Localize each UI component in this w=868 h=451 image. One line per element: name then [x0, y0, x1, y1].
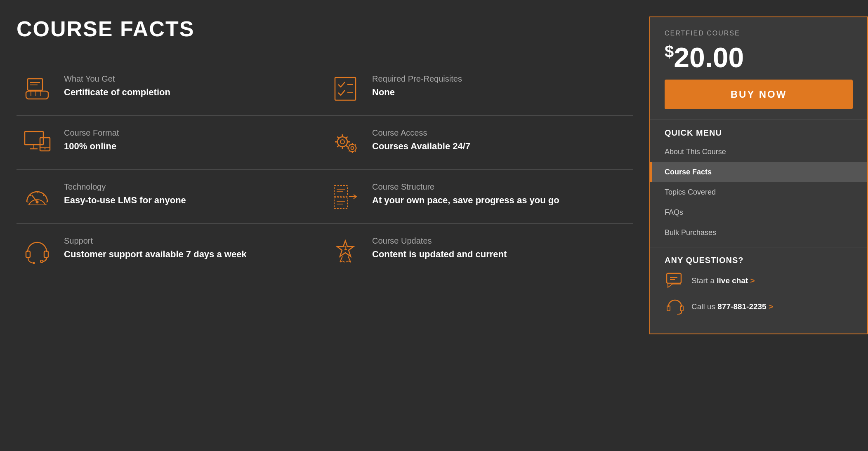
- menu-item-faqs[interactable]: FAQs: [650, 202, 867, 223]
- svg-rect-43: [334, 186, 347, 196]
- fact-item-what-you-get: What You Get Certificate of completion: [17, 62, 325, 116]
- svg-point-14: [45, 148, 46, 149]
- documents-icon: [329, 182, 362, 211]
- svg-rect-50: [26, 251, 30, 258]
- menu-item-course-facts-label: Course Facts: [665, 168, 712, 176]
- svg-line-32: [355, 150, 356, 151]
- fact-item-course-updates: 1 Course Updates Content is updated and …: [325, 224, 633, 277]
- svg-point-36: [36, 200, 39, 203]
- fact-label-course-format: Course Format: [64, 128, 119, 138]
- badge-icon: 1: [329, 236, 362, 265]
- fact-value-course-format: 100% online: [64, 140, 119, 153]
- svg-line-24: [337, 146, 339, 147]
- menu-item-about-label: About This Course: [665, 148, 726, 156]
- fact-value-prerequisites: None: [372, 86, 462, 99]
- svg-text:1: 1: [344, 244, 347, 251]
- svg-line-21: [337, 136, 339, 138]
- fact-value-course-access: Courses Available 24/7: [372, 140, 470, 153]
- svg-line-33: [355, 144, 356, 145]
- call-arrow: >: [769, 302, 773, 311]
- svg-point-53: [33, 262, 35, 264]
- fact-value-technology: Easy-to-use LMS for anyone: [64, 194, 186, 207]
- devices-icon: [21, 128, 54, 157]
- svg-line-41: [43, 195, 45, 196]
- fact-text-support: Support Customer support available 7 day…: [64, 236, 247, 261]
- phone-number[interactable]: 877-881-2235: [717, 302, 766, 311]
- live-chat-prefix: Start a: [691, 276, 715, 285]
- fact-text-course-format: Course Format 100% online: [64, 128, 119, 153]
- call-us-prefix: Call us: [691, 302, 715, 311]
- fact-item-course-format: Course Format 100% online: [17, 116, 325, 170]
- svg-rect-6: [335, 78, 356, 100]
- svg-line-40: [30, 195, 31, 196]
- fact-value-what-you-get: Certificate of completion: [64, 86, 170, 99]
- facts-grid: What You Get Certificate of completion: [17, 62, 633, 277]
- buy-now-button[interactable]: BUY NOW: [665, 80, 853, 109]
- menu-item-about[interactable]: About This Course: [650, 142, 867, 162]
- call-us-text: Call us 877-881-2235 >: [691, 302, 773, 311]
- page-container: COURSE FACTS: [0, 0, 868, 451]
- any-questions-title: ANY QUESTIONS?: [665, 256, 853, 265]
- fact-item-prerequisites: Required Pre-Requisites None: [325, 62, 633, 116]
- fact-text-prerequisites: Required Pre-Requisites None: [372, 74, 462, 99]
- any-questions-section: ANY QUESTIONS? Start a live chat >: [650, 247, 867, 334]
- main-content: COURSE FACTS: [17, 16, 649, 435]
- fact-label-what-you-get: What You Get: [64, 74, 170, 84]
- menu-item-bulk-label: Bulk Purchases: [665, 228, 716, 237]
- live-chat-text: Start a live chat >: [691, 276, 755, 285]
- svg-line-34: [349, 150, 350, 151]
- page-title: COURSE FACTS: [17, 16, 633, 41]
- menu-item-bulk[interactable]: Bulk Purchases: [650, 223, 867, 243]
- fact-item-support: Support Customer support available 7 day…: [17, 224, 325, 277]
- fact-label-technology: Technology: [64, 182, 186, 192]
- fact-text-what-you-get: What You Get Certificate of completion: [64, 74, 170, 99]
- live-chat-link[interactable]: live chat: [717, 276, 748, 285]
- certified-label: CERTFIED COURSE: [665, 30, 853, 37]
- fact-label-course-updates: Course Updates: [372, 236, 507, 246]
- svg-point-52: [40, 260, 43, 263]
- sidebar: CERTFIED COURSE $20.00 BUY NOW QUICK MEN…: [649, 16, 868, 334]
- svg-line-22: [346, 146, 348, 147]
- svg-point-26: [351, 146, 354, 149]
- headset-icon: [21, 236, 54, 265]
- menu-item-topics-label: Topics Covered: [665, 188, 716, 197]
- svg-line-31: [349, 144, 350, 145]
- price-dollar-sign: $: [665, 42, 674, 61]
- svg-line-23: [346, 136, 348, 138]
- quick-menu-section: QUICK MENU About This Course Course Fact…: [650, 120, 867, 247]
- fact-item-technology: Technology Easy-to-use LMS for anyone: [17, 170, 325, 224]
- fact-item-course-access: Course Access Courses Available 24/7: [325, 116, 633, 170]
- svg-rect-58: [667, 273, 681, 283]
- price-value: 20.00: [674, 42, 744, 73]
- live-chat-item: Start a live chat >: [665, 271, 853, 290]
- fact-value-course-structure: At your own pace, save progress as you g…: [372, 194, 559, 207]
- fact-text-course-structure: Course Structure At your own pace, save …: [372, 182, 559, 207]
- menu-item-topics[interactable]: Topics Covered: [650, 182, 867, 202]
- svg-point-15: [337, 137, 347, 147]
- fact-text-course-updates: Course Updates Content is updated and cu…: [372, 236, 507, 261]
- fact-text-course-access: Course Access Courses Available 24/7: [372, 128, 470, 153]
- phone-icon: [665, 297, 685, 316]
- certificate-icon: [21, 74, 54, 103]
- gears-icon: [329, 128, 362, 157]
- price-section: CERTFIED COURSE $20.00 BUY NOW: [650, 17, 867, 120]
- menu-item-course-facts[interactable]: Course Facts: [650, 162, 867, 182]
- fact-item-course-structure: Course Structure At your own pace, save …: [325, 170, 633, 224]
- checklist-icon: [329, 74, 362, 103]
- menu-item-faqs-label: FAQs: [665, 208, 683, 217]
- call-us-item: Call us 877-881-2235 >: [665, 297, 853, 316]
- fact-text-technology: Technology Easy-to-use LMS for anyone: [64, 182, 186, 207]
- fact-label-support: Support: [64, 236, 247, 246]
- speedometer-icon: [21, 182, 54, 211]
- fact-label-prerequisites: Required Pre-Requisites: [372, 74, 462, 84]
- live-chat-arrow: >: [750, 276, 755, 285]
- svg-point-25: [349, 144, 356, 152]
- fact-label-course-structure: Course Structure: [372, 182, 559, 192]
- fact-label-course-access: Course Access: [372, 128, 470, 138]
- chat-icon: [665, 271, 685, 290]
- fact-value-support: Customer support available 7 days a week: [64, 248, 247, 261]
- fact-value-course-updates: Content is updated and current: [372, 248, 507, 261]
- svg-rect-51: [44, 251, 48, 258]
- svg-rect-46: [334, 198, 347, 209]
- svg-point-16: [340, 140, 344, 144]
